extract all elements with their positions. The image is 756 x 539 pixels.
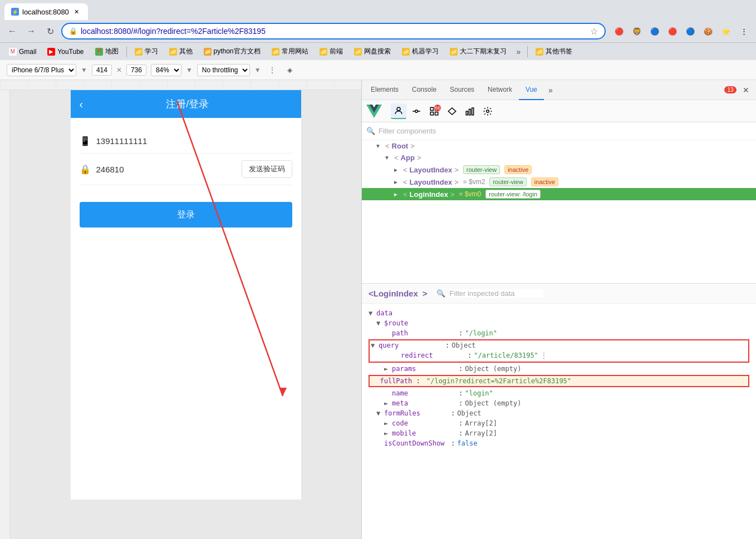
ml-favicon: 📁 xyxy=(402,48,410,56)
tab-close-btn[interactable]: ✕ xyxy=(72,7,81,16)
component-inspector-icon[interactable] xyxy=(391,103,406,119)
redirect-prop-name: redirect xyxy=(401,352,468,359)
login-button-wrap: 登录 xyxy=(80,202,292,228)
timeline-icon[interactable] xyxy=(409,103,424,119)
mobile-viewport: ‹ 注册/登录 📱 13911111111 🔒 246810 发送验证码 xyxy=(10,90,361,539)
code-prop-value: Array[2] xyxy=(465,419,497,427)
code-expand-arrow[interactable]: ► xyxy=(384,419,392,427)
app-expand-arrow[interactable]: ▼ xyxy=(384,155,392,161)
component-filter-input[interactable] xyxy=(379,127,752,135)
bookmark-star-icon[interactable]: ☆ xyxy=(590,26,598,37)
tree-node-layoutindex1[interactable]: ► <LayoutIndex> router-view inactive xyxy=(362,164,756,176)
svg-rect-4 xyxy=(430,107,433,110)
bookmark-separator xyxy=(126,46,127,57)
forward-button[interactable]: → xyxy=(23,23,39,39)
mobile-prop-value: Array[2] xyxy=(465,429,497,437)
login-expand-arrow[interactable]: ► xyxy=(393,191,401,197)
extensions-icon[interactable]: ⋮ xyxy=(736,23,752,39)
dimension-separator: ▼ xyxy=(81,66,87,74)
formrules-prop-name: formRules xyxy=(384,409,451,417)
bookmark-other[interactable]: 📁 其他 xyxy=(165,46,197,57)
settings-icon[interactable] xyxy=(480,103,495,119)
address-bar[interactable]: 🔒 localhost:8080/#/login?redirect=%2Fart… xyxy=(61,23,606,39)
bookmark-gmail[interactable]: M Gmail xyxy=(4,47,41,57)
data-expand-arrow[interactable]: ▼ xyxy=(369,309,376,317)
ext4-icon[interactable]: 🍪 xyxy=(700,23,716,39)
active-tab[interactable]: ⚡ localhost:8080 ✕ xyxy=(4,3,88,20)
query-expand-arrow[interactable]: ▼ xyxy=(371,342,379,349)
bookmark-cloudsearch[interactable]: 📁 网盘搜索 xyxy=(350,46,395,57)
study-favicon: 📁 xyxy=(135,48,143,56)
bookmark-frontend[interactable]: 📁 前端 xyxy=(315,46,347,57)
path-expand-space xyxy=(384,329,392,337)
lock-icon: 🔒 xyxy=(69,27,77,35)
layout1-expand-arrow[interactable]: ► xyxy=(393,167,401,173)
bookmark-more[interactable]: » xyxy=(513,46,524,57)
ext1-icon[interactable]: 🔵 xyxy=(647,23,662,39)
layout2-expand-arrow[interactable]: ► xyxy=(393,179,401,185)
url-text: localhost:8080/#/login?redirect=%2Fartic… xyxy=(81,27,587,36)
frontend-label: 前端 xyxy=(330,47,343,56)
back-button[interactable]: ← xyxy=(4,23,20,39)
bookmark-map[interactable]: 📍 地图 xyxy=(91,46,123,57)
meta-expand-arrow[interactable]: ► xyxy=(384,399,392,407)
zoom-selector[interactable]: 84% xyxy=(151,64,181,76)
ext2-icon[interactable]: 🔴 xyxy=(665,23,680,39)
tree-node-app[interactable]: ▼ <App> xyxy=(362,152,756,164)
tab-vue[interactable]: Vue xyxy=(519,80,544,100)
params-expand-arrow[interactable]: ► xyxy=(384,365,392,373)
login-button[interactable]: 登录 xyxy=(80,202,292,228)
bookmark-ml[interactable]: 📁 机器学习 xyxy=(397,46,443,57)
tree-node-root[interactable]: ▼ <Root> xyxy=(362,140,756,152)
tab-console[interactable]: Console xyxy=(405,80,443,100)
mobile-back-btn[interactable]: ‹ xyxy=(80,98,84,111)
inspector-filter-input[interactable] xyxy=(450,289,543,298)
tab-sources[interactable]: Sources xyxy=(443,80,481,100)
router-view-badge1: router-view xyxy=(463,165,500,174)
cloudsearch-label: 网盘搜索 xyxy=(364,47,391,56)
top-ruler xyxy=(0,80,361,90)
performance-icon[interactable] xyxy=(462,103,478,119)
height-input[interactable] xyxy=(126,65,146,76)
vuex-icon[interactable]: 66 xyxy=(426,103,442,119)
device-selector[interactable]: iPhone 6/7/8 Plus xyxy=(7,64,76,76)
ext5-icon[interactable]: ⭐ xyxy=(718,23,734,39)
fullpath-prop-name: fullPath xyxy=(380,377,412,385)
bookmark-review[interactable]: 📁 大二下期末复习 xyxy=(445,46,511,57)
inspect-mode-icon[interactable]: ◈ xyxy=(283,63,297,77)
vue-toolbar: 66 xyxy=(362,100,756,122)
mobile-expand-arrow[interactable]: ► xyxy=(384,429,392,437)
throttle-selector[interactable]: No throttling xyxy=(197,64,250,76)
bookmark-otherbookmarks[interactable]: 📁 其他书签 xyxy=(531,46,577,57)
root-expand-arrow[interactable]: ▼ xyxy=(375,143,383,149)
refresh-button[interactable]: ↻ xyxy=(42,23,58,39)
router-icon[interactable] xyxy=(444,103,460,119)
youtube-favicon: ▶ xyxy=(47,48,55,56)
copy-redirect-icon[interactable]: ⋮ xyxy=(541,352,547,359)
svg-rect-10 xyxy=(469,109,471,115)
bookmark-study[interactable]: 📁 学习 xyxy=(130,46,163,57)
brave-icon[interactable]: 🦁 xyxy=(629,23,645,39)
tab-elements[interactable]: Elements xyxy=(364,80,405,100)
more-options-icon[interactable]: ⋮ xyxy=(266,63,279,77)
tree-node-layoutindex2[interactable]: ► <LayoutIndex> = $vm2 router-view inact… xyxy=(362,176,756,188)
tab-network[interactable]: Network xyxy=(481,80,519,100)
bookmark-youtube[interactable]: ▶ YouTube xyxy=(43,47,88,57)
width-input[interactable] xyxy=(92,65,112,76)
ext3-icon[interactable]: 🔵 xyxy=(683,23,698,39)
name-row: name : "login" xyxy=(369,388,749,398)
opera-icon[interactable]: 🔴 xyxy=(611,23,627,39)
tree-node-loginindex[interactable]: ► <LoginIndex> = $vm0 router-view: /logi… xyxy=(362,188,756,200)
gmail-favicon: M xyxy=(9,48,17,56)
console-tab-label: Console xyxy=(412,86,436,93)
address-bar-row: ← → ↻ 🔒 localhost:8080/#/login?redirect=… xyxy=(0,20,756,42)
iscountdownshow-prop-name: isCountDownShow xyxy=(384,439,451,447)
tab-more-btn[interactable]: » xyxy=(544,80,557,100)
route-expand-arrow[interactable]: ▼ xyxy=(376,319,384,327)
send-code-button[interactable]: 发送验证码 xyxy=(242,160,292,178)
bookmark-common[interactable]: 📁 常用网站 xyxy=(267,46,313,57)
close-devtools-btn[interactable]: ✕ xyxy=(738,82,754,98)
svg-point-12 xyxy=(487,110,489,112)
bookmark-python[interactable]: 📁 python官方文档 xyxy=(199,46,265,57)
formrules-expand-arrow[interactable]: ▼ xyxy=(376,409,384,417)
